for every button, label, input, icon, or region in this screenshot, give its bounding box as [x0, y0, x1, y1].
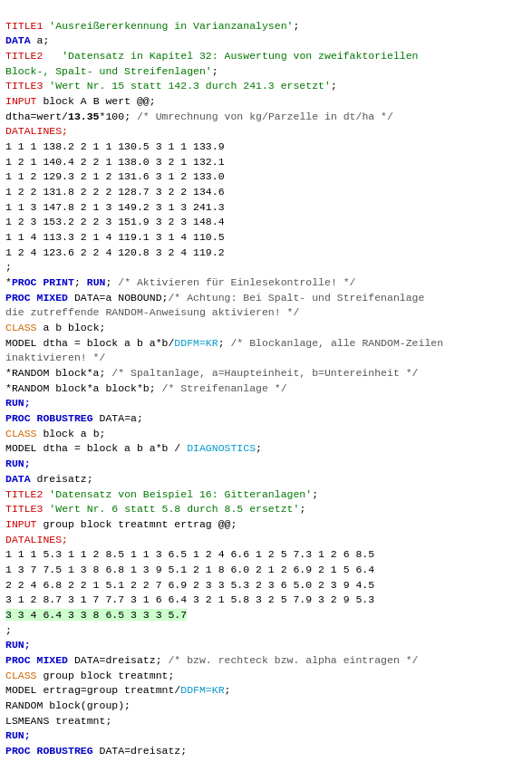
- code-editor: TITLE1 'Ausreißererkennung in Varianzana…: [0, 0, 532, 762]
- line-d5: 1 1 3 147.8 2 1 3 149.2 3 1 3 241.3: [5, 201, 225, 213]
- line-run1: RUN;: [5, 397, 31, 409]
- line-title2: TITLE2 'Datensatz in Kapitel 32: Auswert…: [5, 50, 419, 62]
- line-random1: *RANDOM block*a; /* Spaltanlage, a=Haupt…: [5, 367, 418, 379]
- line-model3: MODEL ertrag=group treatmnt/DDFM=KR;: [5, 684, 230, 696]
- line-title3: TITLE3 'Wert Nr. 15 statt 142.3 durch 24…: [5, 80, 337, 92]
- line-proc-robustreg1: PROC ROBUSTREG DATA=a;: [5, 412, 143, 424]
- line-run2: RUN;: [5, 458, 31, 469]
- line-input1: INPUT block A B wert @@;: [5, 95, 156, 107]
- line-title1: TITLE1 'Ausreißererkennung in Varianzana…: [5, 20, 299, 32]
- line-semi1: ;: [5, 261, 12, 273]
- line-class3: CLASS group block treatmnt;: [5, 670, 174, 681]
- line-d7: 1 1 4 113.3 2 1 4 119.1 3 1 4 110.5: [5, 231, 225, 243]
- line-comment2: inaktivieren! */: [5, 352, 105, 363]
- line-run3: RUN;: [5, 639, 31, 651]
- line-model2: MODEL dtha = block a b a*b / DIAGNOSTICS…: [5, 442, 262, 454]
- line-proc-mixed2: PROC MIXED DATA=dreisatz; /* bzw. rechte…: [5, 654, 418, 666]
- line-title2b: Block-, Spalt- und Streifenlagen';: [5, 65, 218, 77]
- line-datalines2: DATALINES;: [5, 534, 68, 545]
- line-e1: 1 1 1 5.3 1 1 2 8.5 1 1 3 6.5 1 2 4 6.6 …: [5, 548, 374, 560]
- line-e3: 2 2 4 6.8 2 2 1 5.1 2 2 7 6.9 2 3 3 5.3 …: [5, 579, 374, 591]
- line-class1: CLASS a b block;: [5, 322, 105, 333]
- line-proc-robustreg2: PROC ROBUSTREG DATA=dreisatz;: [5, 745, 187, 757]
- line-comment1: die zutreffende RANDOM-Anweisung aktivie…: [5, 306, 299, 318]
- line-run4: RUN;: [5, 729, 31, 741]
- line-d8: 1 2 4 123.6 2 2 4 120.8 3 2 4 119.2: [5, 246, 225, 258]
- line-d6: 1 2 3 153.2 2 2 3 151.9 3 2 3 148.4: [5, 216, 225, 227]
- line-d4: 1 2 2 131.8 2 2 2 128.7 3 2 2 134.6: [5, 186, 225, 198]
- line-datalines1: DATALINES;: [5, 125, 68, 137]
- line-d2: 1 2 1 140.4 2 2 1 138.0 3 2 1 132.1: [5, 156, 225, 168]
- line-data1: DATA a;: [5, 34, 49, 46]
- line-d1: 1 1 1 138.2 2 1 1 130.5 3 1 1 133.9: [5, 140, 225, 152]
- line-dtha: dtha=wert/13.35*100; /* Umrechnung von k…: [5, 111, 393, 122]
- line-model1: MODEL dtha = block a b a*b/DDFM=KR; /* B…: [5, 337, 443, 349]
- line-input2: INPUT group block treatmnt ertrag @@;: [5, 518, 237, 530]
- line-semi2: ;: [5, 624, 12, 636]
- line-data2: DATA dreisatz;: [5, 473, 93, 485]
- line-proc-print: *PROC PRINT; RUN; /* Aktivieren für Einl…: [5, 276, 356, 288]
- line-random3: RANDOM block(group);: [5, 699, 131, 711]
- line-title3b: TITLE3 'Wert Nr. 6 statt 5.8 durch 8.5 e…: [5, 503, 305, 515]
- line-proc-mixed1: PROC MIXED DATA=a NOBOUND;/* Achtung: Be…: [5, 292, 424, 304]
- line-d3: 1 1 2 129.3 2 1 2 131.6 3 1 2 133.0: [5, 170, 225, 182]
- line-lsmeans: LSMEANS treatmnt;: [5, 715, 111, 727]
- line-random2: *RANDOM block*a block*b; /* Streifenanla…: [5, 382, 287, 394]
- line-e4: 3 1 2 8.7 3 1 7 7.7 3 1 6 6.4 3 2 1 5.8 …: [5, 593, 374, 605]
- line-class2: CLASS block a b;: [5, 428, 105, 439]
- line-e2: 1 3 7 7.5 1 3 8 6.8 1 3 9 5.1 2 1 8 6.0 …: [5, 564, 374, 575]
- line-e5: 3 3 4 6.4 3 3 8 6.5 3 3 3 5.7: [5, 609, 187, 621]
- line-title2b2: TITLE2 'Datensatz von Beispiel 16: Gitte…: [5, 488, 318, 500]
